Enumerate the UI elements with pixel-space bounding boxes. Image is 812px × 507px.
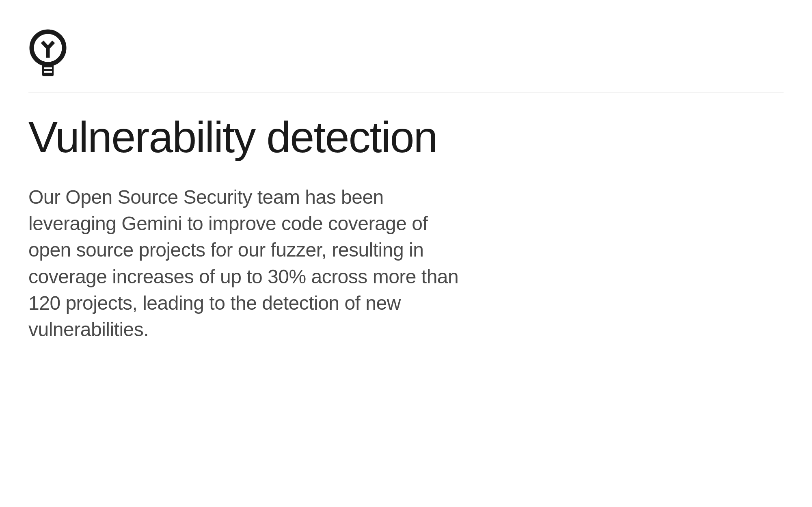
body-paragraph: Our Open Source Security team has been l… — [28, 184, 475, 343]
svg-rect-2 — [44, 67, 52, 69]
lightbulb-icon — [28, 28, 67, 80]
svg-rect-3 — [44, 71, 52, 73]
icon-section — [28, 28, 784, 93]
svg-rect-1 — [42, 64, 54, 76]
content-container: Vulnerability detection Our Open Source … — [28, 28, 784, 343]
page-heading: Vulnerability detection — [28, 113, 784, 162]
